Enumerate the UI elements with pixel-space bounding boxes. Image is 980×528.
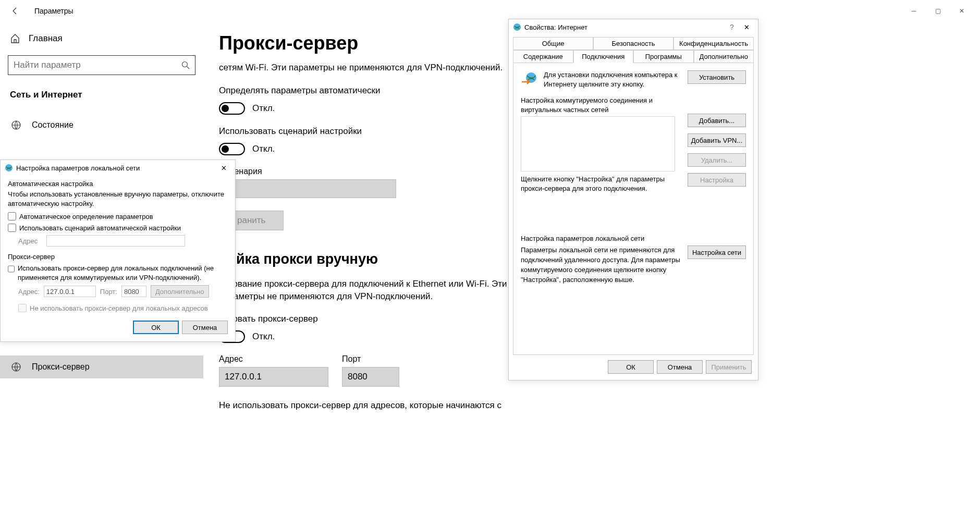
inet-titlebar: Свойства: Интернет ? ✕ [509, 19, 758, 35]
search-icon [181, 61, 190, 69]
toggle-switch[interactable] [219, 102, 245, 115]
ok-button[interactable]: ОК [133, 321, 179, 334]
svg-point-0 [182, 62, 188, 67]
apply-button: Применить [706, 360, 752, 374]
use-script-checkbox[interactable] [8, 224, 16, 232]
address-input[interactable] [219, 367, 328, 387]
proxy-port-label: Порт: [100, 288, 117, 296]
home-label: Главная [29, 33, 63, 44]
tab-advanced[interactable]: Дополнительно [694, 50, 754, 63]
cancel-button[interactable]: Отмена [657, 360, 703, 374]
add-vpn-button[interactable]: Добавить VPN... [688, 133, 746, 147]
internet-icon [5, 164, 13, 172]
lan-dialog-title: Настройка параметров локальной сети [16, 164, 140, 172]
globe-icon [10, 120, 22, 130]
minimize-button[interactable]: ─ [902, 3, 926, 19]
proxy-setup-note: Щелкните кнопку "Настройка" для параметр… [521, 175, 675, 193]
use-proxy-checkbox[interactable] [8, 265, 15, 273]
cancel-button[interactable]: Отмена [182, 321, 228, 334]
maximize-button[interactable]: ▢ [926, 3, 950, 19]
script-address-input[interactable] [219, 179, 396, 198]
category-title: Сеть и Интернет [8, 90, 195, 100]
close-button[interactable]: ✕ [950, 3, 974, 19]
tab-content[interactable]: Содержание [513, 50, 573, 63]
proxy-address-input [44, 286, 96, 297]
settings-titlebar: Параметры ─ ▢ ✕ [0, 0, 980, 22]
connection-wizard-icon [521, 70, 538, 88]
proxy-address-label: Адрес: [18, 288, 40, 296]
close-button[interactable]: ✕ [739, 23, 754, 31]
toggle-switch[interactable] [219, 143, 245, 155]
tab-privacy[interactable]: Конфиденциальность [673, 37, 754, 50]
settings-title: Параметры [34, 7, 74, 15]
sidebar-item-status[interactable]: Состояние [8, 114, 195, 137]
tab-connections[interactable]: Подключения [573, 50, 634, 63]
manual-description: льзование прокси-сервера для подключений… [219, 278, 511, 303]
tab-content-area: Для установки подключения компьютера к И… [513, 63, 754, 355]
settings-button: Настройка [688, 173, 746, 187]
lan-section-label: Настройка параметров локальной сети [521, 235, 746, 242]
arrow-left-icon [11, 7, 19, 15]
auto-detect-checkbox[interactable] [8, 212, 16, 220]
close-button[interactable]: ✕ [216, 164, 231, 172]
back-button[interactable] [6, 2, 24, 20]
use-proxy-label: Использовать прокси-сервер для локальных… [18, 264, 228, 282]
sidebar-item-label: Состояние [32, 120, 74, 130]
script-address-label: Адрес [18, 237, 43, 245]
tab-programs[interactable]: Программы [633, 50, 694, 63]
use-script-label: Использовать сценарий автоматической нас… [19, 224, 181, 232]
auto-detect-label: Автоматическое определение параметров [19, 213, 153, 220]
toggle-state: Откл. [252, 144, 275, 154]
install-description: Для установки подключения компьютера к И… [544, 70, 682, 89]
bypass-description: Не использовать прокси-сервер для адресо… [219, 399, 964, 412]
bypass-local-checkbox [18, 304, 27, 312]
lan-settings-button[interactable]: Настройка сети [688, 245, 746, 259]
home-icon [10, 33, 20, 44]
inet-dialog-title: Свойства: Интернет [524, 23, 587, 31]
globe-icon [10, 362, 22, 372]
search-input[interactable] [14, 60, 181, 70]
port-input[interactable] [342, 367, 399, 387]
dial-section-label: Настройка коммутируемого соединения и ви… [521, 96, 675, 114]
install-button[interactable]: Установить [688, 70, 746, 84]
proxy-group-label: Прокси-сервер [8, 253, 228, 261]
advanced-button: Дополнительно [151, 285, 209, 298]
sidebar-item-label: Прокси-сервер [32, 362, 90, 372]
toggle-state: Откл. [252, 331, 275, 342]
search-box[interactable] [8, 55, 195, 75]
lan-titlebar: Настройка параметров локальной сети ✕ [1, 160, 235, 176]
toggle-state: Откл. [252, 103, 275, 114]
tab-security[interactable]: Безопасность [593, 37, 673, 50]
internet-icon [513, 23, 521, 31]
home-link[interactable]: Главная [8, 27, 195, 50]
bypass-local-label: Не использовать прокси-сервер для локаль… [30, 304, 208, 312]
lan-section-note: Параметры локальной сети не применяются … [521, 245, 682, 285]
delete-button: Удалить... [688, 153, 746, 167]
ok-button[interactable]: ОК [608, 360, 654, 374]
sidebar-item-proxy[interactable]: Прокси-сервер [0, 355, 203, 378]
proxy-port-input [121, 286, 146, 297]
internet-properties-dialog: Свойства: Интернет ? ✕ Общие Безопасност… [508, 19, 758, 380]
address-label: Адрес [219, 354, 328, 364]
help-button[interactable]: ? [725, 23, 739, 31]
script-address-input [46, 235, 185, 247]
auto-group-desc: Чтобы использовать установленные вручную… [8, 190, 228, 208]
lan-settings-dialog: Настройка параметров локальной сети ✕ Ав… [0, 159, 236, 342]
connection-list[interactable] [521, 116, 675, 171]
tab-general[interactable]: Общие [513, 37, 593, 50]
auto-group-label: Автоматическая настройка [8, 180, 228, 188]
add-button[interactable]: Добавить... [688, 114, 746, 127]
port-label: Порт [342, 354, 399, 364]
